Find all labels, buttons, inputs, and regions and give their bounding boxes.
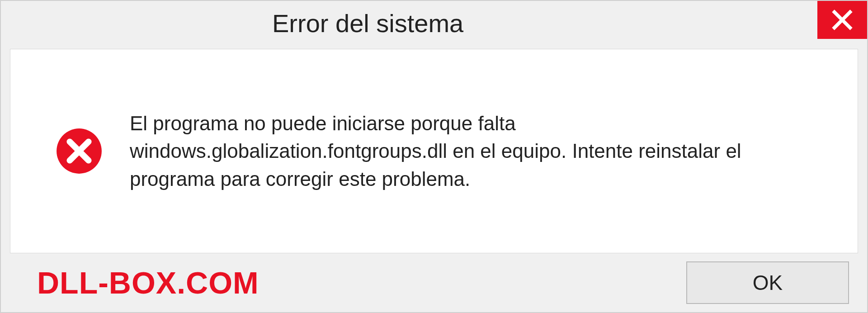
watermark-text: DLL-BOX.COM — [37, 265, 259, 300]
error-icon — [56, 128, 103, 175]
dialog-title: Error del sistema — [272, 9, 463, 38]
error-message: El programa no puede iniciarse porque fa… — [130, 109, 803, 193]
titlebar: Error del sistema — [1, 1, 867, 45]
content-panel: El programa no puede iniciarse porque fa… — [10, 49, 858, 253]
close-button[interactable] — [817, 1, 867, 39]
ok-button[interactable]: OK — [686, 261, 849, 304]
dialog-footer: DLL-BOX.COM OK — [1, 253, 867, 312]
system-error-dialog: Error del sistema El programa no puede i… — [0, 0, 868, 313]
close-icon — [830, 8, 854, 32]
